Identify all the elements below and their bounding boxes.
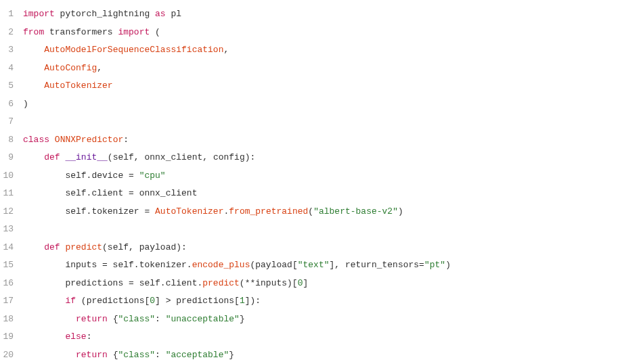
code-line: 18 return {"class": "unacceptable"} — [0, 311, 626, 329]
code-block: 1import pytorch_lightning as pl2from tra… — [0, 5, 626, 364]
code-content — [23, 113, 28, 131]
line-number: 4 — [0, 60, 23, 78]
code-line: 4 AutoConfig, — [0, 60, 626, 78]
code-line: 12 self.tokenizer = AutoTokenizer.from_p… — [0, 203, 626, 221]
code-line: 7 — [0, 113, 626, 131]
code-line: 8class ONNXPredictor: — [0, 131, 626, 150]
line-number: 3 — [0, 41, 23, 60]
code-content: AutoModelForSequenceClassification, — [23, 41, 229, 60]
code-content: if (predictions[0] > predictions[1]): — [23, 292, 261, 311]
code-line: 10 self.device = "cpu" — [0, 167, 626, 185]
code-line: 3 AutoModelForSequenceClassification, — [0, 41, 626, 60]
code-content: ) — [23, 95, 28, 114]
line-number: 11 — [0, 185, 23, 203]
code-content: class ONNXPredictor: — [23, 131, 129, 150]
code-line: 11 self.client = onnx_client — [0, 185, 626, 203]
line-number: 12 — [0, 203, 23, 221]
code-line: 5 AutoTokenizer — [0, 77, 626, 95]
code-content: def __init__(self, onnx_client, config): — [23, 149, 255, 167]
line-number: 7 — [0, 113, 23, 131]
line-number: 20 — [0, 346, 23, 365]
code-line: 6) — [0, 95, 626, 114]
line-number: 19 — [0, 328, 23, 346]
code-line: 14 def predict(self, payload): — [0, 239, 626, 257]
line-number: 13 — [0, 221, 23, 239]
line-number: 9 — [0, 149, 23, 167]
line-number: 17 — [0, 292, 23, 311]
code-line: 16 predictions = self.client.predict(**i… — [0, 275, 626, 293]
code-content: predictions = self.client.predict(**inpu… — [23, 275, 308, 293]
line-number: 10 — [0, 167, 23, 185]
code-content: inputs = self.tokenizer.encode_plus(payl… — [23, 256, 451, 275]
line-number: 2 — [0, 24, 23, 42]
code-line: 20 return {"class": "acceptable"} — [0, 346, 626, 365]
line-number: 8 — [0, 131, 23, 150]
code-content: self.device = "cpu" — [23, 167, 166, 185]
line-number: 18 — [0, 311, 23, 329]
code-content: return {"class": "acceptable"} — [23, 346, 234, 365]
code-line: 9 def __init__(self, onnx_client, config… — [0, 149, 626, 167]
code-content: AutoConfig, — [23, 60, 102, 78]
line-number: 15 — [0, 256, 23, 275]
line-number: 14 — [0, 239, 23, 257]
code-line: 15 inputs = self.tokenizer.encode_plus(p… — [0, 256, 626, 275]
line-number: 6 — [0, 95, 23, 114]
code-content: AutoTokenizer — [23, 77, 113, 95]
code-line: 1import pytorch_lightning as pl — [0, 5, 626, 24]
code-content: self.tokenizer = AutoTokenizer.from_pret… — [23, 203, 403, 221]
line-number: 16 — [0, 275, 23, 293]
code-content: from transformers import ( — [23, 24, 160, 42]
line-number: 5 — [0, 77, 23, 95]
code-content: import pytorch_lightning as pl — [23, 5, 181, 24]
code-content: return {"class": "unacceptable"} — [23, 311, 245, 329]
code-content: else: — [23, 328, 91, 346]
code-content: def predict(self, payload): — [23, 239, 187, 257]
code-content: self.client = onnx_client — [23, 185, 197, 203]
code-line: 13 — [0, 221, 626, 239]
code-line: 2from transformers import ( — [0, 24, 626, 42]
code-content — [23, 221, 28, 239]
line-number: 1 — [0, 5, 23, 24]
code-line: 17 if (predictions[0] > predictions[1]): — [0, 292, 626, 311]
code-line: 19 else: — [0, 328, 626, 346]
